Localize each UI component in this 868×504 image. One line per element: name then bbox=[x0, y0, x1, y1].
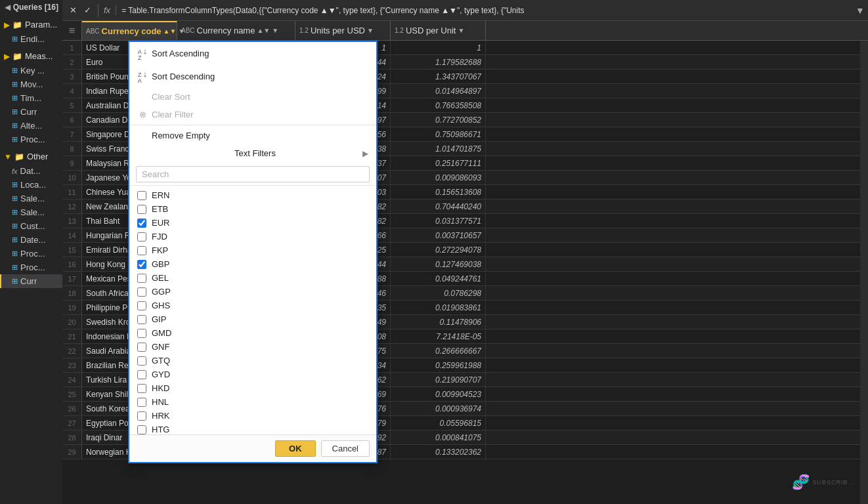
filter-checkbox-fkp[interactable] bbox=[137, 246, 146, 255]
sidebar-group-header-other[interactable]: ▼ 📁 Other bbox=[0, 149, 62, 164]
sidebar-group-header-measures[interactable]: ▶ 📁 Meas... bbox=[0, 49, 62, 64]
filter-list-item[interactable]: ETB bbox=[129, 202, 376, 216]
sidebar-item-cust[interactable]: ⊞ Cust... bbox=[0, 219, 62, 233]
filter-list-item[interactable]: FJD bbox=[129, 230, 376, 243]
sidebar-collapse-icon[interactable]: ◀ bbox=[5, 3, 11, 12]
filter-menu-item-text-filters[interactable]: Text Filters ▶ bbox=[129, 144, 376, 162]
column-header-usd-per-unit[interactable]: 1.2 USD per Unit ▼ bbox=[391, 21, 486, 40]
cell-usd-per-unit: 0.750986671 bbox=[391, 127, 486, 141]
col-type-icon-units: 1.2 bbox=[299, 27, 309, 34]
formula-confirm-button[interactable]: ✓ bbox=[81, 4, 94, 17]
right-scrollbar[interactable] bbox=[860, 41, 868, 504]
sidebar-item-loca[interactable]: ⊞ Loca... bbox=[0, 178, 62, 192]
column-header-currency-name[interactable]: ABC Currency name ▲▼ ▼ bbox=[177, 21, 295, 40]
query-area: ⊞ ABC Currency code ▲▼ ▼ ABC Currency na… bbox=[62, 21, 868, 504]
filter-checkbox-gtq[interactable] bbox=[137, 356, 146, 366]
sidebar-item-label-mov: Mov... bbox=[20, 79, 43, 89]
cell-index: 23 bbox=[62, 358, 82, 372]
sidebar-group-other: ▼ 📁 Other fx Dat... ⊞ Loca... ⊞ Sale... … bbox=[0, 149, 62, 288]
table-icon-proc2: ⊞ bbox=[12, 249, 18, 258]
sidebar-item-date[interactable]: ⊞ Date... bbox=[0, 233, 62, 247]
dropdown-arrow-name[interactable]: ▼ bbox=[272, 27, 278, 34]
filter-menu-items: AZ↓ Sort Ascending ZA↓ Sort Descending C… bbox=[129, 42, 376, 162]
sidebar-item-curr2[interactable]: ⊞ Curr bbox=[0, 274, 62, 288]
sort-asc-arrow: ↓ bbox=[143, 46, 148, 56]
filter-checkbox-ghs[interactable] bbox=[137, 301, 146, 310]
col-label-currency-name: Currency name bbox=[197, 26, 255, 35]
filter-menu-item-clear-sort: Clear Sort bbox=[129, 88, 376, 106]
filter-list-item[interactable]: GMD bbox=[129, 326, 376, 340]
filter-item-label: GEL bbox=[152, 273, 169, 283]
filter-checkbox-fjd[interactable] bbox=[137, 232, 146, 242]
sidebar-item-proc1[interactable]: ⊞ Proc... bbox=[0, 133, 62, 146]
sidebar-item-curr1[interactable]: ⊞ Curr bbox=[0, 105, 62, 119]
filter-list-item[interactable]: HNL bbox=[129, 395, 376, 409]
filter-list-item[interactable]: GBP bbox=[129, 257, 376, 271]
filter-list-item[interactable]: FKP bbox=[129, 243, 376, 257]
filter-list-item[interactable]: GGP bbox=[129, 285, 376, 299]
filter-list-item[interactable]: HRK bbox=[129, 409, 376, 423]
sidebar-item-key[interactable]: ⊞ Key ... bbox=[0, 64, 62, 77]
filter-list-item[interactable]: GIP bbox=[129, 312, 376, 326]
sidebar-item-mov[interactable]: ⊞ Mov... bbox=[0, 77, 62, 91]
filter-list-item[interactable]: HKD bbox=[129, 381, 376, 395]
filter-search-input[interactable] bbox=[136, 166, 370, 182]
filter-checkbox-gyd[interactable] bbox=[137, 370, 146, 379]
dropdown-arrow-units[interactable]: ▼ bbox=[367, 27, 374, 34]
filter-checkbox-hkd[interactable] bbox=[137, 384, 146, 393]
filter-checkbox-eur[interactable] bbox=[137, 219, 146, 228]
sidebar-item-endi[interactable]: ⊞ Endi... bbox=[0, 32, 62, 46]
filter-list-item[interactable]: HTG bbox=[129, 423, 376, 434]
sidebar-item-dat[interactable]: fx Dat... bbox=[0, 164, 62, 178]
filter-checkbox-gel[interactable] bbox=[137, 274, 146, 283]
filter-list-item[interactable]: GHS bbox=[129, 299, 376, 312]
dropdown-arrow-usd[interactable]: ▼ bbox=[458, 27, 464, 34]
filter-checkbox-ggp[interactable] bbox=[137, 287, 146, 297]
filter-ok-button[interactable]: OK bbox=[275, 440, 316, 457]
cell-usd-per-unit: 0.127469038 bbox=[391, 257, 486, 271]
cell-index: 26 bbox=[62, 402, 82, 415]
cell-index: 24 bbox=[62, 373, 82, 387]
column-header-currency-code[interactable]: ABC Currency code ▲▼ ▼ bbox=[82, 21, 177, 40]
filter-list-item[interactable]: GYD bbox=[129, 368, 376, 381]
menu-label-text-filters: Text Filters bbox=[234, 148, 276, 158]
sidebar-item-label-endi: Endi... bbox=[20, 34, 45, 44]
col-label-units-per-usd: Units per USD bbox=[311, 26, 365, 35]
sidebar-item-proc3[interactable]: ⊞ Proc... bbox=[0, 261, 62, 274]
cell-index: 14 bbox=[62, 228, 82, 242]
filter-menu-item-remove-empty[interactable]: Remove Empty bbox=[129, 127, 376, 144]
filter-checkbox-hrk[interactable] bbox=[137, 411, 146, 421]
filter-checkbox-gnf[interactable] bbox=[137, 343, 146, 352]
sidebar-group-header-parameters[interactable]: ▶ 📁 Param... bbox=[0, 17, 62, 32]
table-icon-loca: ⊞ bbox=[12, 180, 18, 189]
filter-cancel-button[interactable]: Cancel bbox=[321, 440, 370, 457]
cell-index: 5 bbox=[62, 98, 82, 112]
column-header-units-per-usd[interactable]: 1.2 Units per USD ▼ bbox=[295, 21, 391, 40]
filter-list-item[interactable]: EUR bbox=[129, 216, 376, 230]
sidebar-item-tim[interactable]: ⊞ Tim... bbox=[0, 91, 62, 105]
formula-expand-button[interactable]: ▼ bbox=[852, 3, 868, 18]
filter-list-item[interactable]: GTQ bbox=[129, 354, 376, 368]
filter-menu-item-sort-desc[interactable]: ZA↓ Sort Descending bbox=[129, 65, 376, 88]
grid-icon: ⊞ bbox=[69, 26, 75, 35]
sidebar-item-proc2[interactable]: ⊞ Proc... bbox=[0, 247, 62, 261]
filter-checkbox-etb[interactable] bbox=[137, 205, 146, 214]
filter-checkbox-gip[interactable] bbox=[137, 315, 146, 324]
filter-checkbox-gbp[interactable] bbox=[137, 260, 146, 269]
menu-label-clear-sort: Clear Sort bbox=[152, 92, 190, 102]
filter-menu-item-sort-asc[interactable]: AZ↓ Sort Ascending bbox=[129, 42, 376, 65]
filter-list-item[interactable]: ERN bbox=[129, 188, 376, 202]
cell-index: 25 bbox=[62, 387, 82, 401]
filter-checkbox-ern[interactable] bbox=[137, 191, 146, 200]
filter-list-item[interactable]: GNF bbox=[129, 340, 376, 354]
sidebar-item-sale2[interactable]: ⊞ Sale... bbox=[0, 205, 62, 219]
filter-checkbox-hnl[interactable] bbox=[137, 398, 146, 407]
filter-checkbox-htg[interactable] bbox=[137, 425, 146, 434]
filter-list-item[interactable]: GEL bbox=[129, 271, 376, 285]
formula-close-button[interactable]: ✕ bbox=[66, 4, 79, 17]
sidebar-item-alte[interactable]: ⊞ Alte... bbox=[0, 119, 62, 133]
cell-usd-per-unit: 0.05596815 bbox=[391, 416, 486, 430]
filter-checkbox-gmd[interactable] bbox=[137, 329, 146, 338]
sidebar-item-sale1[interactable]: ⊞ Sale... bbox=[0, 192, 62, 205]
cell-index: 2 bbox=[62, 55, 82, 69]
